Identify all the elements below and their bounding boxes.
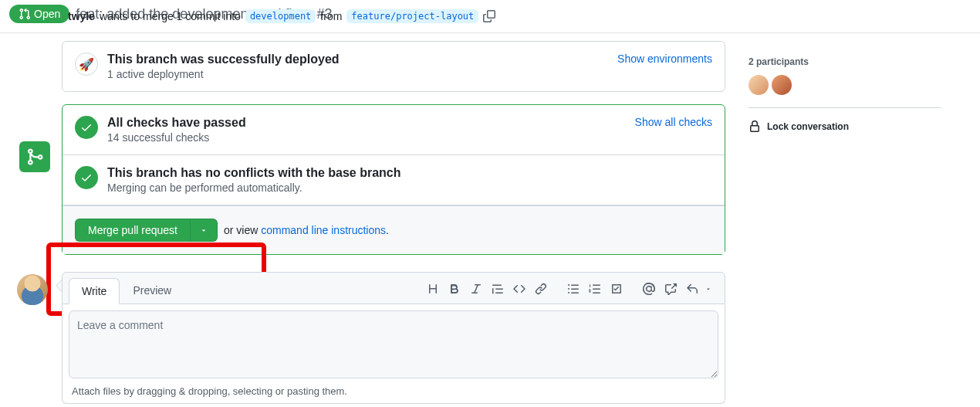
copy-icon[interactable] — [483, 10, 495, 22]
merge-status-box: All checks have passed 14 successful che… — [62, 104, 725, 255]
checks-subtitle: 14 successful checks — [107, 131, 626, 144]
arrow-left-icon — [56, 280, 62, 292]
chevron-down-icon[interactable] — [703, 278, 714, 300]
deploy-subtitle: 1 active deployment — [107, 68, 608, 80]
status-text: Open — [34, 8, 60, 20]
checks-title: All checks have passed — [107, 116, 626, 130]
cli-instructions-link[interactable]: command line instructions — [261, 224, 386, 236]
status-badge: Open — [9, 5, 69, 23]
author-name: twyle — [68, 10, 95, 22]
lock-conversation-button[interactable]: Lock conversation — [749, 120, 941, 133]
participants-row — [749, 75, 941, 95]
bold-icon[interactable] — [444, 278, 465, 300]
merge-summary-line: twyle wants to merge 1 commit into devel… — [68, 9, 971, 23]
check-icon — [75, 166, 98, 189]
merge-action-row: Merge pull request or view command line … — [63, 205, 725, 254]
participants-label: 2 participants — [749, 56, 941, 67]
or-view-text: or view command line instructions. — [224, 224, 389, 236]
comment-box: Write Preview — [62, 272, 725, 404]
conflicts-title: This branch has no conflicts with the ba… — [107, 166, 712, 180]
triangle-down-icon — [200, 226, 208, 234]
tasklist-icon[interactable] — [606, 278, 627, 300]
check-icon — [75, 116, 98, 139]
heading-icon[interactable] — [422, 278, 444, 300]
sidebar: 2 participants Lock conversation — [741, 41, 941, 404]
show-all-checks-link[interactable]: Show all checks — [635, 116, 712, 128]
tab-preview[interactable]: Preview — [120, 277, 184, 304]
rocket-icon: 🚀 — [75, 53, 98, 76]
separator — [749, 107, 941, 108]
merge-icon — [19, 141, 50, 172]
code-icon[interactable] — [509, 278, 530, 300]
reply-icon[interactable] — [681, 278, 703, 300]
avatar[interactable] — [749, 75, 769, 95]
tab-write[interactable]: Write — [69, 278, 120, 304]
md-toolbar — [422, 278, 718, 300]
avatar[interactable] — [17, 274, 48, 305]
pr-header: Open feat: added the development workflo… — [0, 0, 980, 33]
list-unordered-icon[interactable] — [563, 278, 584, 300]
lock-label: Lock conversation — [767, 121, 849, 132]
lock-icon — [749, 120, 761, 133]
comment-tabs: Write Preview — [62, 272, 725, 304]
show-environments-link[interactable]: Show environments — [617, 53, 712, 65]
list-ordered-icon[interactable] — [584, 278, 606, 300]
deploy-title: This branch was successfully deployed — [107, 53, 608, 66]
merge-pull-request-button[interactable]: Merge pull request — [75, 219, 191, 242]
git-pull-request-icon — [19, 8, 31, 20]
attach-hint[interactable]: Attach files by dragging & dropping, sel… — [69, 381, 718, 397]
link-icon[interactable] — [530, 278, 552, 300]
cross-reference-icon[interactable] — [660, 278, 681, 300]
quote-icon[interactable] — [487, 278, 509, 300]
base-branch-pill[interactable]: development — [245, 9, 316, 23]
head-branch-pill[interactable]: feature/project-layout — [346, 9, 478, 23]
merge-dropdown-button[interactable] — [191, 219, 218, 242]
comment-textarea[interactable] — [69, 310, 718, 378]
italic-icon[interactable] — [465, 278, 487, 300]
conflicts-subtitle: Merging can be performed automatically. — [107, 181, 712, 194]
mention-icon[interactable] — [638, 278, 660, 300]
main-column: 🚀 This branch was successfully deployed … — [0, 41, 725, 404]
deploy-box: 🚀 This branch was successfully deployed … — [62, 41, 725, 92]
avatar[interactable] — [772, 75, 792, 95]
